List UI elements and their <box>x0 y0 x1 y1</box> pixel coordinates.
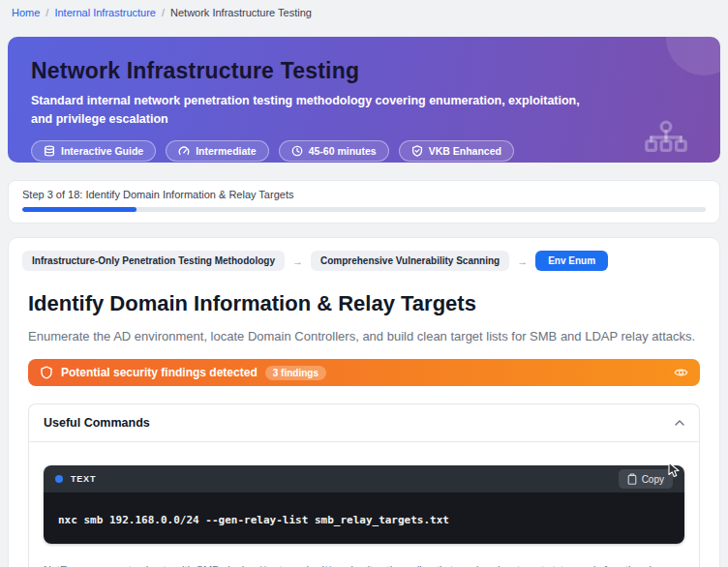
useful-commands-body: TEXT Copy nxc smb 192.16 <box>29 442 699 567</box>
badge-label: VKB Enhanced <box>429 145 501 157</box>
copy-button-label: Copy <box>642 474 664 485</box>
chevron-up-icon[interactable] <box>675 420 684 426</box>
network-hierarchy-icon <box>643 120 689 159</box>
eye-icon[interactable] <box>674 367 688 378</box>
breadcrumb-separator: / <box>46 7 48 18</box>
findings-count-badge: 3 findings <box>265 366 326 380</box>
shield-check-icon <box>411 145 423 157</box>
badge-label: Intermediate <box>196 145 256 157</box>
path-chip-methodology[interactable]: Infrastructure-Only Penetration Testing … <box>22 251 285 271</box>
progress-bar-track <box>22 207 706 212</box>
hero-title: Network Infrastructure Testing <box>31 58 697 84</box>
gauge-icon <box>178 145 190 157</box>
section-title: Useful Commands <box>44 416 150 430</box>
language-dot-icon <box>55 475 63 483</box>
code-block: TEXT Copy nxc smb 192.16 <box>44 465 684 544</box>
path-chip-vulnerability-scanning[interactable]: Comprehensive Vulnerability Scanning <box>311 251 509 271</box>
code-block-header: TEXT Copy <box>44 465 684 492</box>
clipboard-icon <box>627 473 637 485</box>
badge-interactive-guide: Interactive Guide <box>31 140 156 162</box>
useful-commands-section: Useful Commands TEXT <box>28 403 700 567</box>
clock-icon <box>291 145 303 157</box>
badge-label: 45-60 minutes <box>309 145 377 157</box>
breadcrumb-separator: / <box>162 7 165 18</box>
hero-banner: Network Infrastructure Testing Standard … <box>8 37 720 163</box>
badge-intermediate: Intermediate <box>166 140 268 162</box>
methodology-path: Infrastructure-Only Penetration Testing … <box>20 250 708 272</box>
security-findings-alert: Potential security findings detected 3 f… <box>28 359 700 386</box>
useful-commands-header[interactable]: Useful Commands <box>29 404 699 442</box>
step-title: Identify Domain Information & Relay Targ… <box>20 291 708 316</box>
copy-button[interactable]: Copy <box>619 469 673 489</box>
hero-subtitle: Standard internal network penetration te… <box>31 92 588 130</box>
hero-badges: Interactive Guide Intermediate <box>31 140 697 162</box>
step-description: Enumerate the AD environment, locate Dom… <box>20 329 708 343</box>
alert-text: Potential security findings detected <box>61 366 258 379</box>
database-icon <box>44 145 55 157</box>
step-progress-label: Step 3 of 18: Identify Domain Informatio… <box>22 189 706 200</box>
badge-label: Interactive Guide <box>61 145 143 157</box>
path-chip-env-enum-active[interactable]: Env Enum <box>535 251 608 271</box>
code-language-label: TEXT <box>71 474 96 484</box>
breadcrumb-link-internal-infrastructure[interactable]: Internal Infrastructure <box>54 7 156 18</box>
step-content-card: Infrastructure-Only Penetration Testing … <box>8 237 720 567</box>
breadcrumb-link-home[interactable]: Home <box>12 7 40 18</box>
command-text: nxc smb 192.168.0.0/24 --gen-relay-list … <box>58 514 449 526</box>
arrow-right-icon: → <box>517 255 528 267</box>
code-block-body[interactable]: nxc smb 192.168.0.0/24 --gen-relay-list … <box>44 492 684 544</box>
breadcrumb: Home / Internal Infrastructure / Network… <box>8 0 720 18</box>
step-progress-card: Step 3 of 18: Identify Domain Informatio… <box>8 180 720 224</box>
arrow-right-icon: → <box>292 255 303 267</box>
badge-duration: 45-60 minutes <box>279 140 389 162</box>
breadcrumb-current: Network Infrastructure Testing <box>170 7 312 18</box>
page: Home / Internal Infrastructure / Network… <box>0 0 728 567</box>
progress-bar-fill <box>22 207 136 212</box>
shield-icon <box>40 366 53 379</box>
badge-vkb-enhanced: VKB Enhanced <box>399 140 514 162</box>
